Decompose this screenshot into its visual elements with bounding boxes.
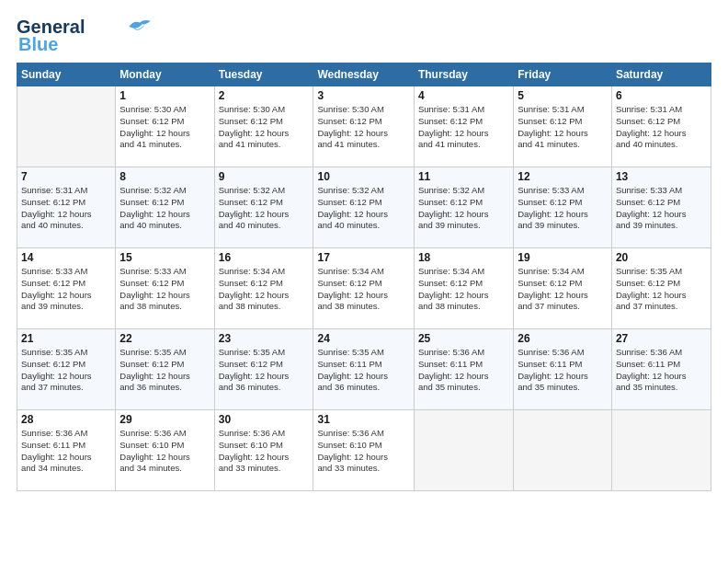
day-cell: 20Sunrise: 5:35 AM Sunset: 6:12 PM Dayli… <box>611 248 711 329</box>
day-number: 29 <box>119 413 210 426</box>
day-info: Sunrise: 5:30 AM Sunset: 6:12 PM Dayligh… <box>219 104 310 151</box>
day-cell: 19Sunrise: 5:34 AM Sunset: 6:12 PM Dayli… <box>514 248 612 329</box>
day-number: 8 <box>119 170 210 183</box>
day-cell <box>514 410 612 491</box>
day-number: 31 <box>317 413 409 426</box>
day-cell: 12Sunrise: 5:33 AM Sunset: 6:12 PM Dayli… <box>514 167 612 248</box>
day-info: Sunrise: 5:36 AM Sunset: 6:11 PM Dayligh… <box>518 347 608 394</box>
day-info: Sunrise: 5:31 AM Sunset: 6:12 PM Dayligh… <box>518 104 608 151</box>
day-number: 17 <box>317 251 409 264</box>
day-info: Sunrise: 5:30 AM Sunset: 6:12 PM Dayligh… <box>317 104 409 151</box>
day-number: 13 <box>616 170 707 183</box>
day-number: 25 <box>418 332 509 345</box>
day-cell: 11Sunrise: 5:32 AM Sunset: 6:12 PM Dayli… <box>414 167 513 248</box>
day-info: Sunrise: 5:31 AM Sunset: 6:12 PM Dayligh… <box>21 185 111 232</box>
day-cell: 2Sunrise: 5:30 AM Sunset: 6:12 PM Daylig… <box>214 86 313 167</box>
calendar-header-row: SundayMondayTuesdayWednesdayThursdayFrid… <box>17 63 711 86</box>
day-info: Sunrise: 5:33 AM Sunset: 6:12 PM Dayligh… <box>518 185 608 232</box>
day-info: Sunrise: 5:34 AM Sunset: 6:12 PM Dayligh… <box>219 266 310 313</box>
day-cell: 30Sunrise: 5:36 AM Sunset: 6:10 PM Dayli… <box>214 410 313 491</box>
day-info: Sunrise: 5:35 AM Sunset: 6:11 PM Dayligh… <box>317 347 409 394</box>
column-header-wednesday: Wednesday <box>313 63 414 86</box>
day-cell: 14Sunrise: 5:33 AM Sunset: 6:12 PM Dayli… <box>17 248 116 329</box>
day-number: 23 <box>219 332 310 345</box>
day-number: 11 <box>418 170 509 183</box>
day-number: 27 <box>616 332 707 345</box>
day-info: Sunrise: 5:36 AM Sunset: 6:10 PM Dayligh… <box>317 428 409 475</box>
day-cell: 21Sunrise: 5:35 AM Sunset: 6:12 PM Dayli… <box>17 329 116 410</box>
day-cell: 28Sunrise: 5:36 AM Sunset: 6:11 PM Dayli… <box>17 410 116 491</box>
day-number: 1 <box>119 89 210 102</box>
week-row-2: 7Sunrise: 5:31 AM Sunset: 6:12 PM Daylig… <box>17 167 711 248</box>
day-info: Sunrise: 5:34 AM Sunset: 6:12 PM Dayligh… <box>418 266 509 313</box>
page: General Blue SundayMondayTuesdayWednesda… <box>0 0 728 563</box>
day-info: Sunrise: 5:34 AM Sunset: 6:12 PM Dayligh… <box>518 266 608 313</box>
day-info: Sunrise: 5:35 AM Sunset: 6:12 PM Dayligh… <box>21 347 111 394</box>
day-cell: 23Sunrise: 5:35 AM Sunset: 6:12 PM Dayli… <box>214 329 313 410</box>
column-header-monday: Monday <box>116 63 214 86</box>
day-cell: 24Sunrise: 5:35 AM Sunset: 6:11 PM Dayli… <box>313 329 414 410</box>
day-info: Sunrise: 5:35 AM Sunset: 6:12 PM Dayligh… <box>616 266 707 313</box>
day-cell: 16Sunrise: 5:34 AM Sunset: 6:12 PM Dayli… <box>214 248 313 329</box>
header: General Blue <box>17 17 711 55</box>
day-cell: 6Sunrise: 5:31 AM Sunset: 6:12 PM Daylig… <box>611 86 711 167</box>
day-number: 14 <box>21 251 111 264</box>
calendar-table: SundayMondayTuesdayWednesdayThursdayFrid… <box>17 63 711 491</box>
week-row-4: 21Sunrise: 5:35 AM Sunset: 6:12 PM Dayli… <box>17 329 711 410</box>
day-number: 4 <box>418 89 509 102</box>
day-info: Sunrise: 5:33 AM Sunset: 6:12 PM Dayligh… <box>119 266 210 313</box>
logo-blue: Blue <box>18 34 58 55</box>
day-info: Sunrise: 5:32 AM Sunset: 6:12 PM Dayligh… <box>317 185 409 232</box>
day-info: Sunrise: 5:33 AM Sunset: 6:12 PM Dayligh… <box>616 185 707 232</box>
day-cell: 25Sunrise: 5:36 AM Sunset: 6:11 PM Dayli… <box>414 329 513 410</box>
day-cell: 17Sunrise: 5:34 AM Sunset: 6:12 PM Dayli… <box>313 248 414 329</box>
day-info: Sunrise: 5:32 AM Sunset: 6:12 PM Dayligh… <box>119 185 210 232</box>
day-cell: 31Sunrise: 5:36 AM Sunset: 6:10 PM Dayli… <box>313 410 414 491</box>
day-number: 12 <box>518 170 608 183</box>
logo: General Blue <box>17 17 153 55</box>
week-row-3: 14Sunrise: 5:33 AM Sunset: 6:12 PM Dayli… <box>17 248 711 329</box>
day-number: 3 <box>317 89 409 102</box>
day-number: 21 <box>21 332 111 345</box>
day-number: 9 <box>219 170 310 183</box>
column-header-sunday: Sunday <box>17 63 116 86</box>
day-info: Sunrise: 5:36 AM Sunset: 6:11 PM Dayligh… <box>616 347 707 394</box>
day-number: 30 <box>219 413 310 426</box>
week-row-5: 28Sunrise: 5:36 AM Sunset: 6:11 PM Dayli… <box>17 410 711 491</box>
column-header-tuesday: Tuesday <box>214 63 313 86</box>
day-info: Sunrise: 5:31 AM Sunset: 6:12 PM Dayligh… <box>418 104 509 151</box>
column-header-saturday: Saturday <box>611 63 711 86</box>
day-number: 20 <box>616 251 707 264</box>
day-info: Sunrise: 5:32 AM Sunset: 6:12 PM Dayligh… <box>418 185 509 232</box>
day-cell: 26Sunrise: 5:36 AM Sunset: 6:11 PM Dayli… <box>514 329 612 410</box>
day-cell: 9Sunrise: 5:32 AM Sunset: 6:12 PM Daylig… <box>214 167 313 248</box>
day-cell: 29Sunrise: 5:36 AM Sunset: 6:10 PM Dayli… <box>116 410 214 491</box>
day-info: Sunrise: 5:30 AM Sunset: 6:12 PM Dayligh… <box>119 104 210 151</box>
day-cell: 3Sunrise: 5:30 AM Sunset: 6:12 PM Daylig… <box>313 86 414 167</box>
day-cell: 10Sunrise: 5:32 AM Sunset: 6:12 PM Dayli… <box>313 167 414 248</box>
day-number: 18 <box>418 251 509 264</box>
day-number: 19 <box>518 251 608 264</box>
day-info: Sunrise: 5:35 AM Sunset: 6:12 PM Dayligh… <box>119 347 210 394</box>
day-info: Sunrise: 5:36 AM Sunset: 6:10 PM Dayligh… <box>219 428 310 475</box>
week-row-1: 1Sunrise: 5:30 AM Sunset: 6:12 PM Daylig… <box>17 86 711 167</box>
day-cell: 4Sunrise: 5:31 AM Sunset: 6:12 PM Daylig… <box>414 86 513 167</box>
day-cell: 8Sunrise: 5:32 AM Sunset: 6:12 PM Daylig… <box>116 167 214 248</box>
day-info: Sunrise: 5:36 AM Sunset: 6:11 PM Dayligh… <box>418 347 509 394</box>
day-info: Sunrise: 5:32 AM Sunset: 6:12 PM Dayligh… <box>219 185 310 232</box>
day-cell: 15Sunrise: 5:33 AM Sunset: 6:12 PM Dayli… <box>116 248 214 329</box>
column-header-friday: Friday <box>514 63 612 86</box>
day-number: 2 <box>219 89 310 102</box>
logo-bird-icon <box>127 18 153 35</box>
day-cell: 7Sunrise: 5:31 AM Sunset: 6:12 PM Daylig… <box>17 167 116 248</box>
day-info: Sunrise: 5:35 AM Sunset: 6:12 PM Dayligh… <box>219 347 310 394</box>
day-cell: 1Sunrise: 5:30 AM Sunset: 6:12 PM Daylig… <box>116 86 214 167</box>
day-cell <box>414 410 513 491</box>
day-number: 24 <box>317 332 409 345</box>
day-info: Sunrise: 5:36 AM Sunset: 6:11 PM Dayligh… <box>21 428 111 475</box>
day-number: 5 <box>518 89 608 102</box>
day-cell: 27Sunrise: 5:36 AM Sunset: 6:11 PM Dayli… <box>611 329 711 410</box>
day-info: Sunrise: 5:36 AM Sunset: 6:10 PM Dayligh… <box>119 428 210 475</box>
day-number: 10 <box>317 170 409 183</box>
day-info: Sunrise: 5:31 AM Sunset: 6:12 PM Dayligh… <box>616 104 707 151</box>
